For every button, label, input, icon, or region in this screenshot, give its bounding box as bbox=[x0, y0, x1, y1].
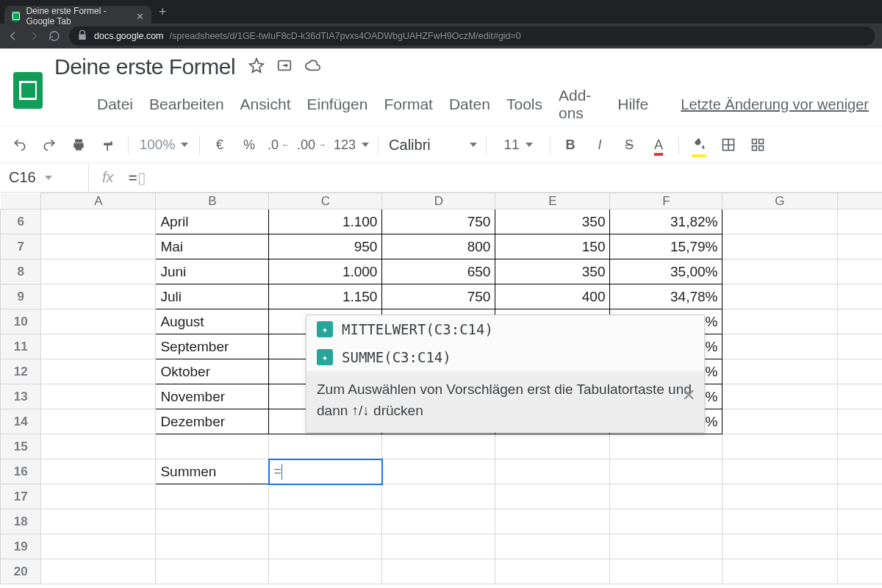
cell[interactable]: = bbox=[269, 459, 382, 484]
cell[interactable] bbox=[41, 559, 156, 584]
cell[interactable] bbox=[382, 484, 495, 509]
cell[interactable] bbox=[837, 459, 882, 484]
cell[interactable] bbox=[269, 484, 382, 509]
cell[interactable] bbox=[269, 559, 382, 584]
cell[interactable] bbox=[837, 359, 882, 384]
row-header[interactable]: 18 bbox=[1, 509, 41, 534]
cell[interactable] bbox=[837, 284, 882, 309]
row-header[interactable]: 15 bbox=[1, 434, 41, 459]
col-header[interactable]: C bbox=[269, 193, 382, 209]
print-button[interactable] bbox=[65, 132, 93, 157]
cell[interactable]: Dezember bbox=[156, 409, 269, 434]
row-header[interactable]: 17 bbox=[1, 484, 41, 509]
cell[interactable] bbox=[156, 534, 269, 559]
cell[interactable] bbox=[41, 409, 156, 434]
cell[interactable] bbox=[495, 509, 610, 534]
font-size-dropdown[interactable]: 11 bbox=[492, 132, 544, 157]
cell[interactable] bbox=[156, 484, 269, 509]
currency-button[interactable]: € bbox=[206, 132, 234, 157]
select-all-corner[interactable] bbox=[1, 193, 41, 209]
undo-button[interactable] bbox=[6, 132, 34, 157]
cell[interactable]: April bbox=[156, 209, 269, 234]
cell[interactable]: September bbox=[156, 334, 269, 359]
row-header[interactable]: 10 bbox=[1, 309, 41, 334]
italic-button[interactable]: I bbox=[586, 132, 614, 157]
name-box[interactable]: C16 bbox=[0, 169, 88, 186]
cell[interactable] bbox=[41, 384, 156, 409]
cell[interactable] bbox=[837, 409, 882, 434]
cell[interactable] bbox=[723, 459, 837, 484]
row-header[interactable]: 8 bbox=[1, 259, 41, 284]
cell[interactable] bbox=[495, 434, 610, 459]
cloud-icon[interactable] bbox=[304, 57, 320, 76]
cell[interactable] bbox=[723, 509, 837, 534]
url-field[interactable]: docs.google.com/spreadsheets/d/1GE-twIuF… bbox=[69, 26, 875, 46]
spreadsheet-grid[interactable]: A B C D E F G 6April1.10075035031,82%7Ma… bbox=[0, 193, 882, 584]
row-header[interactable]: 13 bbox=[1, 384, 41, 409]
cell[interactable] bbox=[837, 259, 882, 284]
cell[interactable] bbox=[41, 534, 156, 559]
cell[interactable]: 350 bbox=[495, 259, 610, 284]
formula-input[interactable]: =▯ bbox=[127, 169, 146, 187]
cell[interactable] bbox=[382, 559, 495, 584]
row-header[interactable]: 9 bbox=[1, 284, 41, 309]
close-icon[interactable]: ✕ bbox=[682, 383, 695, 408]
cell[interactable] bbox=[495, 459, 610, 484]
cell[interactable] bbox=[610, 509, 723, 534]
cell[interactable] bbox=[723, 434, 837, 459]
cell[interactable]: Juli bbox=[156, 284, 269, 309]
cell[interactable] bbox=[723, 534, 837, 559]
new-tab-button[interactable]: + bbox=[151, 4, 174, 20]
cell[interactable] bbox=[723, 259, 837, 284]
cell[interactable] bbox=[723, 484, 837, 509]
cell[interactable] bbox=[495, 559, 610, 584]
fill-color-button[interactable] bbox=[685, 132, 713, 157]
strike-button[interactable]: S bbox=[615, 132, 643, 157]
cell[interactable] bbox=[41, 484, 156, 509]
borders-button[interactable] bbox=[714, 132, 742, 157]
cell[interactable]: August bbox=[156, 309, 269, 334]
cell[interactable]: 35,00% bbox=[610, 259, 723, 284]
document-name[interactable]: Deine erste Formel bbox=[54, 54, 235, 79]
cell[interactable]: 150 bbox=[495, 234, 610, 259]
cell[interactable]: 950 bbox=[269, 234, 382, 259]
cell[interactable]: 34,78% bbox=[610, 284, 723, 309]
cell[interactable] bbox=[837, 434, 882, 459]
cell[interactable] bbox=[41, 234, 156, 259]
cell[interactable] bbox=[723, 209, 837, 234]
cell[interactable] bbox=[41, 334, 156, 359]
cell[interactable]: 350 bbox=[495, 209, 610, 234]
merge-button[interactable] bbox=[744, 132, 772, 157]
cell[interactable] bbox=[41, 209, 156, 234]
col-header[interactable] bbox=[837, 193, 882, 209]
cell[interactable] bbox=[837, 484, 882, 509]
cell[interactable] bbox=[837, 234, 882, 259]
text-color-button[interactable]: A bbox=[645, 132, 673, 157]
paint-format-button[interactable] bbox=[94, 132, 122, 157]
font-dropdown[interactable]: Calibri bbox=[384, 132, 480, 157]
cell[interactable] bbox=[156, 509, 269, 534]
cell[interactable] bbox=[269, 534, 382, 559]
suggest-item[interactable]: ✦MITTELWERT(C3:C14) bbox=[306, 315, 704, 343]
cell[interactable]: Juni bbox=[156, 259, 269, 284]
cell[interactable] bbox=[723, 284, 837, 309]
cell[interactable] bbox=[837, 384, 882, 409]
cell[interactable] bbox=[156, 434, 269, 459]
move-icon[interactable] bbox=[276, 57, 293, 76]
suggest-item[interactable]: ✦SUMME(C3:C14) bbox=[306, 343, 704, 371]
cell[interactable] bbox=[837, 309, 882, 334]
cell[interactable] bbox=[41, 309, 156, 334]
cell[interactable] bbox=[382, 434, 495, 459]
zoom-dropdown[interactable]: 100% bbox=[135, 132, 193, 157]
cell[interactable] bbox=[382, 509, 495, 534]
cell[interactable] bbox=[723, 359, 837, 384]
cell[interactable]: 31,82% bbox=[610, 209, 723, 234]
menu-daten[interactable]: Daten bbox=[449, 96, 490, 113]
col-header[interactable]: E bbox=[495, 193, 610, 209]
close-icon[interactable]: ✕ bbox=[136, 11, 144, 22]
cell[interactable] bbox=[41, 459, 156, 484]
cell[interactable] bbox=[41, 284, 156, 309]
row-header[interactable]: 11 bbox=[1, 334, 41, 359]
menu-format[interactable]: Format bbox=[384, 96, 433, 113]
cell[interactable] bbox=[156, 559, 269, 584]
